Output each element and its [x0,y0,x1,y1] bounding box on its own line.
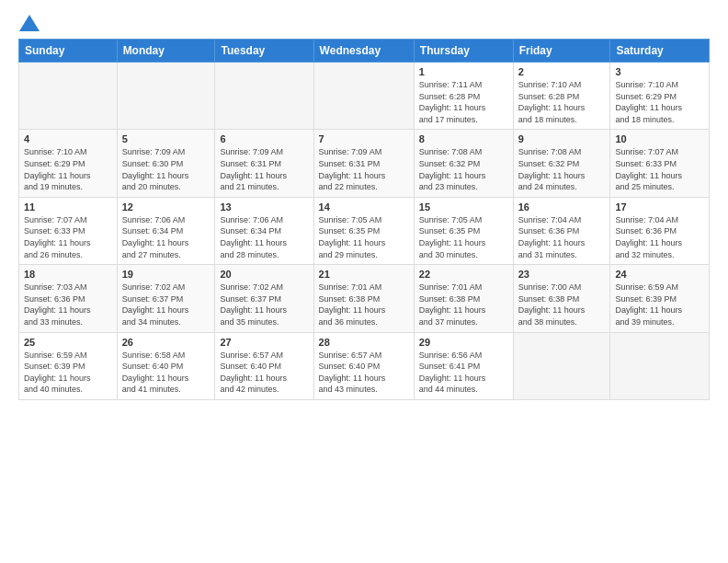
calendar-cell: 18Sunrise: 7:03 AMSunset: 6:36 PMDayligh… [19,265,118,332]
calendar-cell: 15Sunrise: 7:05 AMSunset: 6:35 PMDayligh… [414,197,513,264]
day-info: Sunrise: 7:08 AMSunset: 6:32 PMDaylight:… [518,146,606,192]
calendar-cell: 24Sunrise: 6:59 AMSunset: 6:39 PMDayligh… [610,265,710,332]
calendar-header-sunday: Sunday [19,40,118,63]
calendar-cell: 3Sunrise: 7:10 AMSunset: 6:29 PMDaylight… [610,63,710,130]
calendar-cell: 11Sunrise: 7:07 AMSunset: 6:33 PMDayligh… [19,197,118,264]
calendar-cell: 21Sunrise: 7:01 AMSunset: 6:38 PMDayligh… [313,265,414,332]
day-number: 29 [419,337,508,348]
page: SundayMondayTuesdayWednesdayThursdayFrid… [0,0,728,563]
day-number: 14 [319,201,409,213]
calendar-cell: 23Sunrise: 7:00 AMSunset: 6:38 PMDayligh… [513,265,610,332]
day-number: 18 [24,269,112,280]
calendar-cell: 25Sunrise: 6:59 AMSunset: 6:39 PMDayligh… [19,332,118,399]
calendar-cell [19,63,118,130]
calendar-week-row-1: 1Sunrise: 7:11 AMSunset: 6:28 PMDaylight… [19,63,710,130]
day-info: Sunrise: 7:09 AMSunset: 6:31 PMDaylight:… [220,146,308,192]
calendar-cell: 12Sunrise: 7:06 AMSunset: 6:34 PMDayligh… [117,197,215,264]
day-number: 6 [220,133,308,144]
day-info: Sunrise: 7:01 AMSunset: 6:38 PMDaylight:… [319,282,409,327]
day-number: 21 [319,269,409,280]
day-info: Sunrise: 7:09 AMSunset: 6:30 PMDaylight:… [122,146,210,192]
calendar-cell: 13Sunrise: 7:06 AMSunset: 6:34 PMDayligh… [215,197,313,264]
day-number: 15 [419,201,508,213]
logo [18,15,40,28]
day-info: Sunrise: 6:59 AMSunset: 6:39 PMDaylight:… [615,282,704,327]
calendar-cell: 26Sunrise: 6:58 AMSunset: 6:40 PMDayligh… [117,332,215,399]
day-number: 1 [419,66,508,77]
day-info: Sunrise: 6:59 AMSunset: 6:39 PMDaylight:… [24,350,112,396]
calendar-cell: 17Sunrise: 7:04 AMSunset: 6:36 PMDayligh… [610,197,710,264]
calendar-cell: 27Sunrise: 6:57 AMSunset: 6:40 PMDayligh… [215,332,313,399]
calendar-header-tuesday: Tuesday [215,40,313,63]
day-number: 11 [24,201,112,213]
day-info: Sunrise: 6:56 AMSunset: 6:41 PMDaylight:… [419,350,508,396]
calendar-cell: 10Sunrise: 7:07 AMSunset: 6:33 PMDayligh… [610,130,710,197]
day-info: Sunrise: 6:57 AMSunset: 6:40 PMDaylight:… [319,350,409,396]
day-number: 26 [122,337,210,348]
logo-text [18,15,40,31]
day-number: 20 [220,269,308,280]
day-info: Sunrise: 7:07 AMSunset: 6:33 PMDaylight:… [24,214,112,260]
calendar-header-monday: Monday [117,40,215,63]
day-number: 17 [615,201,704,213]
calendar-cell: 4Sunrise: 7:10 AMSunset: 6:29 PMDaylight… [19,130,118,197]
calendar-cell [313,63,414,130]
day-info: Sunrise: 7:00 AMSunset: 6:38 PMDaylight:… [518,282,606,327]
calendar-header-wednesday: Wednesday [313,40,414,63]
day-info: Sunrise: 7:02 AMSunset: 6:37 PMDaylight:… [220,282,308,327]
calendar-header-thursday: Thursday [414,40,513,63]
calendar-cell: 29Sunrise: 6:56 AMSunset: 6:41 PMDayligh… [414,332,513,399]
day-number: 28 [319,337,409,348]
calendar-header-row: SundayMondayTuesdayWednesdayThursdayFrid… [19,40,710,63]
day-info: Sunrise: 7:11 AMSunset: 6:28 PMDaylight:… [419,79,508,125]
svg-marker-0 [19,15,40,31]
day-info: Sunrise: 7:06 AMSunset: 6:34 PMDaylight:… [220,214,308,260]
calendar-cell: 5Sunrise: 7:09 AMSunset: 6:30 PMDaylight… [117,130,215,197]
day-info: Sunrise: 7:06 AMSunset: 6:34 PMDaylight:… [122,214,210,260]
day-number: 7 [319,133,409,144]
calendar-week-row-2: 4Sunrise: 7:10 AMSunset: 6:29 PMDaylight… [19,130,710,197]
calendar-cell: 16Sunrise: 7:04 AMSunset: 6:36 PMDayligh… [513,197,610,264]
day-info: Sunrise: 6:57 AMSunset: 6:40 PMDaylight:… [220,350,308,396]
day-number: 9 [518,133,606,144]
day-info: Sunrise: 7:04 AMSunset: 6:36 PMDaylight:… [518,214,606,260]
calendar-week-row-4: 18Sunrise: 7:03 AMSunset: 6:36 PMDayligh… [19,265,710,332]
day-number: 2 [518,66,606,77]
calendar-cell: 19Sunrise: 7:02 AMSunset: 6:37 PMDayligh… [117,265,215,332]
calendar-week-row-5: 25Sunrise: 6:59 AMSunset: 6:39 PMDayligh… [19,332,710,399]
day-number: 8 [419,133,508,144]
day-number: 5 [122,133,210,144]
calendar-cell [215,63,313,130]
calendar-cell: 28Sunrise: 6:57 AMSunset: 6:40 PMDayligh… [313,332,414,399]
day-info: Sunrise: 6:58 AMSunset: 6:40 PMDaylight:… [122,350,210,396]
day-info: Sunrise: 7:10 AMSunset: 6:29 PMDaylight:… [24,146,112,192]
day-number: 3 [615,66,704,77]
day-number: 12 [122,201,210,213]
day-info: Sunrise: 7:05 AMSunset: 6:35 PMDaylight:… [319,214,409,260]
calendar-cell: 2Sunrise: 7:10 AMSunset: 6:28 PMDaylight… [513,63,610,130]
day-number: 22 [419,269,508,280]
calendar-cell: 9Sunrise: 7:08 AMSunset: 6:32 PMDaylight… [513,130,610,197]
day-number: 25 [24,337,112,348]
day-info: Sunrise: 7:05 AMSunset: 6:35 PMDaylight:… [419,214,508,260]
day-info: Sunrise: 7:04 AMSunset: 6:36 PMDaylight:… [615,214,704,260]
day-number: 27 [220,337,308,348]
day-info: Sunrise: 7:09 AMSunset: 6:31 PMDaylight:… [319,146,409,192]
day-info: Sunrise: 7:10 AMSunset: 6:28 PMDaylight:… [518,79,606,125]
day-number: 4 [24,133,112,144]
day-number: 23 [518,269,606,280]
day-info: Sunrise: 7:02 AMSunset: 6:37 PMDaylight:… [122,282,210,327]
calendar-cell: 6Sunrise: 7:09 AMSunset: 6:31 PMDaylight… [215,130,313,197]
day-info: Sunrise: 7:08 AMSunset: 6:32 PMDaylight:… [419,146,508,192]
day-info: Sunrise: 7:03 AMSunset: 6:36 PMDaylight:… [24,282,112,327]
day-number: 19 [122,269,210,280]
calendar-cell: 20Sunrise: 7:02 AMSunset: 6:37 PMDayligh… [215,265,313,332]
calendar-cell [117,63,215,130]
calendar-cell [513,332,610,399]
day-number: 10 [615,133,704,144]
calendar-header-friday: Friday [513,40,610,63]
day-info: Sunrise: 7:07 AMSunset: 6:33 PMDaylight:… [615,146,704,192]
calendar-cell [610,332,710,399]
calendar-week-row-3: 11Sunrise: 7:07 AMSunset: 6:33 PMDayligh… [19,197,710,264]
day-number: 13 [220,201,308,213]
